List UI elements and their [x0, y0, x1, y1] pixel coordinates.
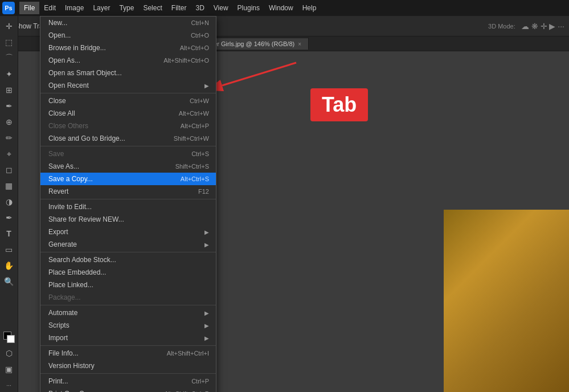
- menu-image[interactable]: Image: [60, 2, 88, 14]
- menu-item-print[interactable]: Print...Ctrl+P: [40, 375, 216, 387]
- tool-zoom[interactable]: 🔍: [2, 275, 16, 288]
- menu-item-new[interactable]: New...Ctrl+N: [40, 17, 216, 29]
- menu-item-scripts[interactable]: Scripts▶: [40, 319, 216, 332]
- submenu-arrow-icon: ▶: [204, 83, 209, 89]
- menu-item-open-smart[interactable]: Open as Smart Object...: [40, 67, 216, 79]
- tool-dodge[interactable]: ◑: [2, 195, 16, 209]
- menu-item-print-one-copy[interactable]: Print One CopyAlt+Shift+Ctrl+P: [40, 387, 216, 392]
- doc-tab-close[interactable]: ×: [298, 41, 301, 47]
- tool-pen[interactable]: ✒: [2, 211, 16, 224]
- submenu-arrow-icon: ▶: [204, 242, 209, 248]
- menu-filter[interactable]: Filter: [167, 2, 191, 14]
- menu-item-save-as[interactable]: Save As...Shift+Ctrl+S: [40, 160, 216, 173]
- submenu-arrow-icon: ▶: [204, 335, 209, 341]
- tool-eraser[interactable]: ◻: [2, 163, 16, 177]
- menu-item-export[interactable]: Export▶: [40, 226, 216, 238]
- menu-view[interactable]: View: [209, 2, 233, 14]
- 3d-icons: ☁ ❋ ✛ ▶ ···: [521, 22, 564, 31]
- menu-edit[interactable]: Edit: [39, 2, 60, 14]
- menu-separator: [40, 373, 216, 374]
- menu-item-close[interactable]: CloseCtrl+W: [40, 95, 216, 107]
- menu-separator: [40, 93, 216, 93]
- menu-3d[interactable]: 3D: [191, 2, 208, 14]
- tool-screen[interactable]: ▣: [2, 362, 16, 376]
- menu-separator: [40, 146, 216, 146]
- tool-more[interactable]: ···: [2, 378, 16, 392]
- menu-item-share-review[interactable]: Share for Review NEW...: [40, 213, 216, 226]
- menu-item-generate[interactable]: Generate▶: [40, 238, 216, 251]
- tool-marquee[interactable]: ⬚: [2, 35, 16, 49]
- tool-foreground-bg[interactable]: [2, 330, 16, 344]
- tool-healing[interactable]: ⊕: [2, 115, 16, 129]
- menu-item-close-all[interactable]: Close AllAlt+Ctrl+W: [40, 107, 216, 120]
- menu-item-open-as[interactable]: Open As...Alt+Shift+Ctrl+O: [40, 54, 216, 67]
- menu-item-place-linked[interactable]: Place Linked...: [40, 279, 216, 291]
- tool-eyedropper[interactable]: ✒: [2, 99, 16, 113]
- menu-separator: [40, 252, 216, 252]
- tool-gradient[interactable]: ▦: [2, 179, 16, 193]
- tool-lasso[interactable]: ⌒: [2, 51, 16, 65]
- menu-item-version-history[interactable]: Version History: [40, 360, 216, 372]
- menu-item-open[interactable]: Open...Ctrl+O: [40, 29, 216, 42]
- tool-text[interactable]: T: [2, 227, 16, 240]
- submenu-arrow-icon: ▶: [204, 310, 209, 316]
- 3d-mode-label: 3D Mode:: [488, 23, 515, 30]
- menu-item-open-recent[interactable]: Open Recent▶: [40, 79, 216, 92]
- canvas-image: [444, 210, 569, 392]
- menu-file[interactable]: File: [19, 2, 39, 14]
- menu-item-file-info[interactable]: File Info...Alt+Shift+Ctrl+I: [40, 347, 216, 360]
- tool-magic-wand[interactable]: ✦: [2, 67, 16, 81]
- tool-move[interactable]: ✛: [2, 19, 16, 33]
- menu-select[interactable]: Select: [138, 2, 166, 14]
- menu-window[interactable]: Window: [264, 2, 298, 14]
- menu-bar: Ps File Edit Image Layer Type Select Fil…: [0, 0, 569, 16]
- menu-item-save-copy[interactable]: Save a Copy...Alt+Ctrl+S: [40, 173, 216, 185]
- tool-shape[interactable]: ▭: [2, 243, 16, 256]
- canvas-image-container: [444, 210, 569, 392]
- file-dropdown-menu: New...Ctrl+NOpen...Ctrl+OBrowse in Bridg…: [40, 16, 216, 392]
- menu-item-search-stock[interactable]: Search Adobe Stock...: [40, 254, 216, 266]
- menu-item-package: Package...: [40, 291, 216, 304]
- menu-item-close-others: Close OthersAlt+Ctrl+P: [40, 120, 216, 132]
- menu-separator: [40, 345, 216, 346]
- tool-brush[interactable]: ✏: [2, 131, 16, 145]
- menu-item-import[interactable]: Import▶: [40, 332, 216, 344]
- tab-annotation-label: Tab: [322, 93, 357, 116]
- menu-item-automate[interactable]: Automate▶: [40, 307, 216, 319]
- submenu-arrow-icon: ▶: [204, 322, 209, 329]
- menu-item-place-embedded[interactable]: Place Embedded...: [40, 266, 216, 279]
- tool-clone[interactable]: ⌖: [2, 147, 16, 161]
- tool-hand[interactable]: ✋: [2, 259, 16, 272]
- tab-annotation-box: Tab: [310, 88, 368, 121]
- menu-separator: [40, 305, 216, 305]
- menu-separator: [40, 199, 216, 199]
- ps-logo: Ps: [2, 2, 15, 14]
- tool-crop[interactable]: ⊞: [2, 83, 16, 97]
- tools-panel: ✛ ⬚ ⌒ ✦ ⊞ ✒ ⊕ ✏ ⌖ ◻ ▦ ◑ ✒ T ▭ ✋ 🔍 ⬡ ▣ ··…: [0, 16, 18, 392]
- menu-item-invite-edit[interactable]: Invite to Edit...: [40, 201, 216, 213]
- menu-item-close-bridge[interactable]: Close and Go to Bridge...Shift+Ctrl+W: [40, 132, 216, 145]
- tool-quickmask[interactable]: ⬡: [2, 346, 16, 360]
- menu-item-browse-bridge[interactable]: Browse in Bridge...Alt+Ctrl+O: [40, 42, 216, 54]
- menu-layer[interactable]: Layer: [88, 2, 114, 14]
- submenu-arrow-icon: ▶: [204, 229, 209, 235]
- menu-help[interactable]: Help: [298, 2, 321, 14]
- menu-item-save: SaveCtrl+S: [40, 148, 216, 160]
- menu-plugins[interactable]: Plugins: [233, 2, 264, 14]
- menu-type[interactable]: Type: [114, 2, 138, 14]
- menu-item-revert[interactable]: RevertF12: [40, 185, 216, 198]
